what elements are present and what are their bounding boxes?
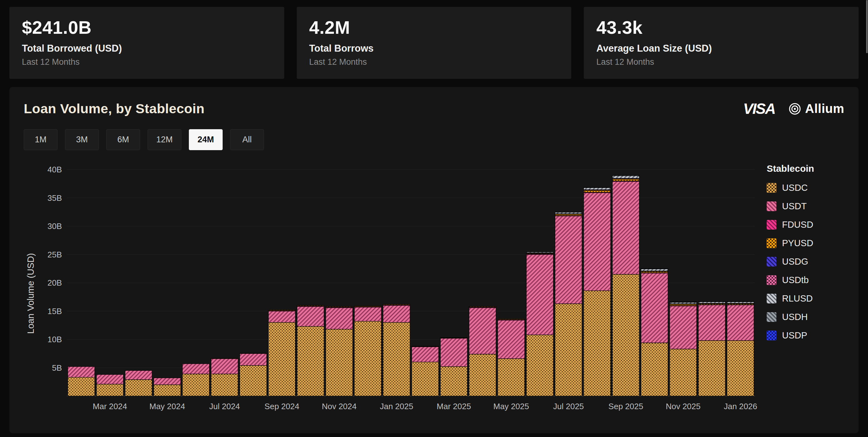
chart-area: 5B10B15B20B25B30B35B40BMar 2024May 2024J… — [38, 163, 757, 424]
legend-swatch-usdc — [767, 183, 776, 193]
legend-item-usdh[interactable]: USDH — [767, 312, 844, 322]
loan-volume-chart[interactable]: 5B10B15B20B25B30B35B40BMar 2024May 2024J… — [38, 163, 757, 416]
legend-item-usdc[interactable]: USDC — [767, 183, 844, 193]
scrollbar-thumb[interactable] — [866, 0, 868, 53]
legend-item-fdusd[interactable]: FDUSD — [767, 220, 844, 230]
svg-text:Sep 2024: Sep 2024 — [265, 402, 299, 411]
svg-text:Jul 2024: Jul 2024 — [209, 402, 240, 411]
chart-region: Loan Volume (USD) 5B10B15B20B25B30B35B40… — [24, 163, 844, 424]
stat-label: Total Borrowed (USD) — [22, 43, 272, 54]
allium-logo-icon — [788, 102, 801, 115]
range-button-12m[interactable]: 12M — [148, 129, 181, 150]
svg-text:Mar 2024: Mar 2024 — [93, 402, 127, 411]
legend-title: Stablecoin — [767, 163, 844, 174]
stat-card-average-loan-size: 43.3k Average Loan Size (USD) Last 12 Mo… — [584, 7, 859, 79]
legend-swatch-usdp — [767, 331, 776, 340]
stat-card-total-borrowed: $241.0B Total Borrowed (USD) Last 12 Mon… — [9, 7, 284, 79]
range-button-1m[interactable]: 1M — [24, 129, 58, 150]
dashboard-page: $241.0B Total Borrowed (USD) Last 12 Mon… — [0, 0, 868, 437]
stat-subtitle: Last 12 Months — [596, 57, 846, 67]
allium-logo-text: Allium — [805, 102, 844, 116]
y-axis-title-text: Loan Volume (USD) — [26, 253, 36, 334]
legend: Stablecoin USDCUSDTFDUSDPYUSDUSDGUSDtbRL… — [757, 163, 844, 424]
stat-value: $241.0B — [22, 17, 272, 38]
legend-item-rlusd[interactable]: RLUSD — [767, 293, 844, 304]
legend-swatch-usdt — [767, 201, 776, 211]
stat-subtitle: Last 12 Months — [22, 57, 272, 67]
legend-label: USDC — [782, 183, 808, 193]
svg-text:20B: 20B — [48, 278, 62, 288]
legend-swatch-usdh — [767, 312, 776, 322]
page-title: Loan Volume, by Stablecoin — [24, 101, 205, 116]
stat-label: Total Borrows — [309, 43, 559, 54]
svg-text:May 2025: May 2025 — [493, 402, 529, 411]
svg-text:Jan 2026: Jan 2026 — [724, 402, 757, 411]
legend-swatch-rlusd — [767, 294, 776, 303]
svg-text:Mar 2025: Mar 2025 — [437, 402, 471, 411]
range-button-3m[interactable]: 3M — [65, 129, 99, 150]
legend-label: USDtb — [782, 275, 809, 285]
legend-swatch-fdusd — [767, 220, 776, 230]
legend-item-pyusd[interactable]: PYUSD — [767, 238, 844, 249]
svg-text:30B: 30B — [48, 222, 62, 231]
svg-text:Jul 2025: Jul 2025 — [553, 402, 584, 411]
svg-text:15B: 15B — [48, 307, 62, 316]
legend-label: FDUSD — [782, 220, 813, 230]
legend-item-usdg[interactable]: USDG — [767, 257, 844, 267]
svg-text:40B: 40B — [48, 165, 62, 174]
loan-volume-panel: Loan Volume, by Stablecoin VISA Allium 1… — [9, 87, 859, 433]
stat-subtitle: Last 12 Months — [309, 57, 559, 67]
time-range-buttons: 1M3M6M12M24MAll — [24, 129, 844, 150]
svg-text:Nov 2024: Nov 2024 — [322, 402, 356, 411]
svg-text:5B: 5B — [52, 363, 62, 373]
legend-item-usdt[interactable]: USDT — [767, 201, 844, 211]
brand-logos: VISA Allium — [743, 100, 844, 117]
stat-label: Average Loan Size (USD) — [596, 43, 846, 54]
svg-text:Nov 2025: Nov 2025 — [666, 402, 701, 411]
stat-cards-row: $241.0B Total Borrowed (USD) Last 12 Mon… — [9, 7, 859, 79]
legend-swatch-usdtb — [767, 275, 776, 285]
svg-text:25B: 25B — [48, 250, 62, 259]
legend-label: RLUSD — [782, 293, 813, 304]
svg-text:May 2024: May 2024 — [150, 402, 185, 411]
legend-swatch-pyusd — [767, 238, 776, 248]
svg-text:10B: 10B — [48, 335, 62, 344]
panel-header: Loan Volume, by Stablecoin VISA Allium — [24, 100, 844, 117]
stat-value: 43.3k — [596, 17, 846, 38]
legend-item-usdtb[interactable]: USDtb — [767, 275, 844, 285]
svg-text:Jan 2025: Jan 2025 — [380, 402, 413, 411]
legend-items: USDCUSDTFDUSDPYUSDUSDGUSDtbRLUSDUSDHUSDP — [767, 183, 844, 341]
range-button-all[interactable]: All — [230, 129, 264, 150]
svg-text:Sep 2025: Sep 2025 — [609, 402, 643, 411]
legend-label: USDH — [782, 312, 808, 322]
visa-logo: VISA — [743, 100, 775, 117]
stat-value: 4.2M — [309, 17, 559, 38]
legend-item-usdp[interactable]: USDP — [767, 330, 844, 341]
legend-label: USDG — [782, 257, 808, 267]
y-axis-title: Loan Volume (USD) — [24, 163, 38, 424]
legend-swatch-usdg — [767, 257, 776, 266]
legend-label: USDP — [782, 330, 807, 341]
allium-logo: Allium — [788, 102, 844, 116]
stat-card-total-borrows: 4.2M Total Borrows Last 12 Months — [297, 7, 571, 79]
legend-label: USDT — [782, 201, 807, 211]
range-button-6m[interactable]: 6M — [106, 129, 140, 150]
svg-text:35B: 35B — [48, 193, 62, 203]
range-button-24m[interactable]: 24M — [189, 129, 223, 150]
legend-label: PYUSD — [782, 238, 813, 249]
